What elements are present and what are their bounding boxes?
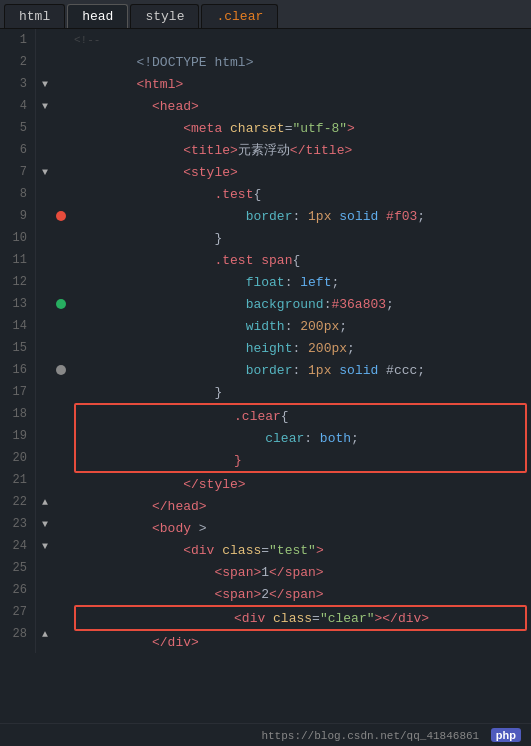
tab-clear[interactable]: .clear	[201, 4, 278, 28]
php-badge: php	[491, 728, 521, 742]
tab-style[interactable]: style	[130, 4, 199, 28]
footer: https://blog.csdn.net/qq_41846861 php	[0, 723, 531, 746]
code-line-27: <div class="clear"></div>	[76, 607, 525, 629]
code-line-26: <span>2</span>	[72, 583, 531, 605]
code-area: 1 2 3 4 5 6 7 8 9 10 11 12 13 14 15 16 1…	[0, 29, 531, 653]
code-lines: <!-- <!DOCTYPE html> <html> <head> <meta…	[68, 29, 531, 653]
tabs-bar: html head style .clear	[0, 0, 531, 29]
breakpoint-gray[interactable]	[56, 365, 66, 375]
highlight-box-clear: .clear{ clear: both; }	[74, 403, 527, 473]
fold-col: ▼ ▼ ▼ ▲ ▼ ▼ ▲	[36, 29, 54, 653]
code-line-28: </div>	[72, 631, 531, 653]
code-line-17: }	[72, 381, 531, 403]
tab-html[interactable]: html	[4, 4, 65, 28]
bp-col	[54, 29, 68, 653]
breakpoint-green[interactable]	[56, 299, 66, 309]
code-line-20: }	[76, 449, 525, 471]
footer-url: https://blog.csdn.net/qq_41846861	[261, 730, 479, 742]
line-numbers: 1 2 3 4 5 6 7 8 9 10 11 12 13 14 15 16 1…	[0, 29, 36, 653]
code-line-1: <!--	[72, 29, 531, 51]
breakpoint-red[interactable]	[56, 211, 66, 221]
code-line-2: <!DOCTYPE html>	[72, 51, 531, 73]
tab-head[interactable]: head	[67, 4, 128, 28]
